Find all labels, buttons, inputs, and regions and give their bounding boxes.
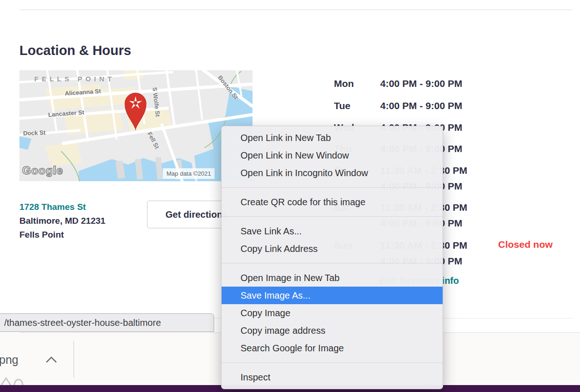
- menu-separator: [222, 187, 443, 188]
- yelp-business-page: Location & Hours: [0, 0, 580, 392]
- google-logo: Google: [22, 164, 63, 177]
- chevron-up-icon[interactable]: [45, 356, 57, 363]
- menu-item-open-link-new-tab[interactable]: Open Link in New Tab: [222, 129, 443, 147]
- menu-separator: [222, 216, 443, 217]
- menu-item-copy-link-address[interactable]: Copy Link Address: [222, 240, 443, 257]
- menu-item-inspect[interactable]: Inspect: [222, 368, 443, 386]
- menu-item-search-google-for-image[interactable]: Search Google for Image: [222, 339, 443, 357]
- menu-item-copy-image[interactable]: Copy Image: [222, 304, 443, 322]
- menu-item-open-image-new-tab[interactable]: Open Image in New Tab: [222, 269, 443, 287]
- map-attribution: Map data ©2021: [163, 168, 215, 179]
- address-street-link[interactable]: 1728 Thames St: [19, 200, 105, 214]
- menu-item-copy-image-address[interactable]: Copy image address: [222, 322, 443, 339]
- map-neighborhood-label: FELLS POINT: [34, 75, 115, 83]
- status-badge: Closed now: [498, 239, 553, 250]
- context-menu: Open Link in New Tab Open Link in New Wi…: [221, 126, 443, 389]
- menu-separator: [222, 263, 443, 263]
- address-city: Baltimore, MD 21231: [19, 214, 105, 228]
- map-street-label: Dock St: [23, 129, 46, 137]
- menu-item-open-link-new-window[interactable]: Open Link in New Window: [222, 147, 443, 164]
- menu-item-create-qr-code[interactable]: Create QR code for this image: [222, 193, 443, 211]
- shelf-divider: [74, 341, 74, 378]
- clipped-text-fragment: [0, 377, 28, 386]
- menu-separator: [222, 362, 443, 363]
- location-map-image[interactable]: FELLS POINT Aliceanna St Lancaster St Do…: [19, 70, 253, 181]
- menu-item-open-link-incognito[interactable]: Open Link in Incognito Window: [222, 164, 443, 182]
- menu-item-save-image-as[interactable]: Save Image As...: [222, 287, 443, 304]
- page-title: Location & Hours: [19, 43, 131, 58]
- address-neighborhood: Fells Point: [19, 228, 105, 242]
- download-item-filename[interactable]: png: [0, 353, 19, 367]
- link-target-status-bar: /thames-street-oyster-house-baltimore: [0, 313, 214, 332]
- menu-item-save-link-as[interactable]: Save Link As...: [222, 222, 443, 240]
- business-address: 1728 Thames St Baltimore, MD 21231 Fells…: [19, 200, 105, 242]
